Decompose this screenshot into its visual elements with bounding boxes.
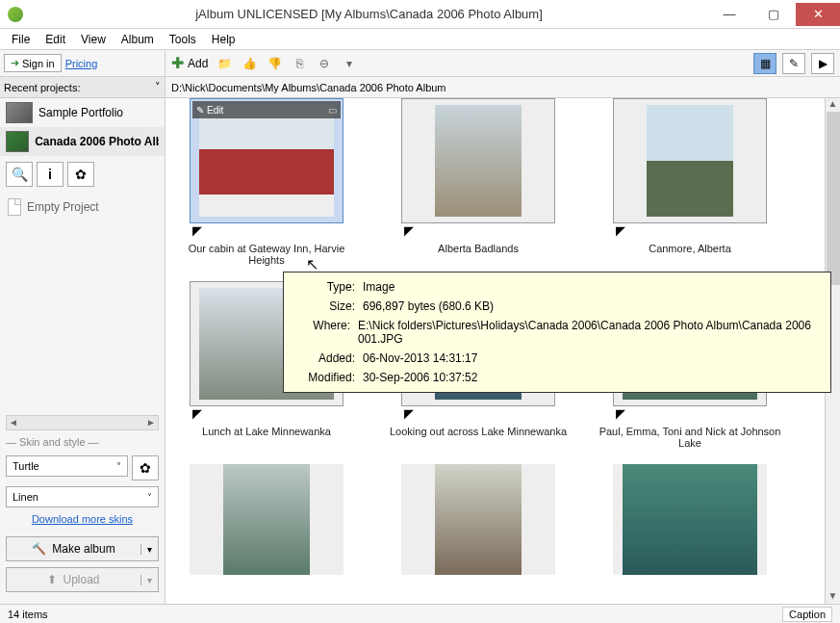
arrow-right-icon: ➜	[11, 57, 19, 69]
project-thumb-icon	[6, 102, 33, 123]
folder-icon: ▭	[328, 105, 337, 116]
chevron-down-icon: ˅	[155, 81, 161, 93]
toolbar: ➜ Sign in Pricing ✚ Add 📁 👍 👎 ⎘ ⊖ ▾ ▦ ✎ …	[0, 50, 840, 77]
style-select-value: Linen	[13, 491, 38, 503]
app-icon	[8, 7, 23, 22]
thumb-caption: Canmore, Alberta	[598, 243, 781, 270]
tooltip-where-key: Where:	[295, 319, 350, 346]
scroll-up-icon: ▲	[826, 98, 840, 112]
recent-projects-header[interactable]: Recent projects: ˅	[0, 77, 165, 98]
copy-icon[interactable]: ⎘	[291, 55, 308, 72]
tooltip-modified-key: Modified:	[295, 371, 355, 384]
scroll-left-icon: ◄	[7, 416, 20, 429]
remove-icon[interactable]: ⊖	[316, 55, 333, 72]
upload-label: Upload	[63, 573, 99, 586]
menu-edit[interactable]: Edit	[39, 31, 71, 48]
add-button[interactable]: ✚ Add	[171, 54, 208, 72]
skin-settings-button[interactable]: ✿	[132, 455, 159, 480]
grid-view-button[interactable]: ▦	[753, 53, 776, 74]
maximize-button[interactable]: ▢	[751, 3, 796, 26]
flag-icon: ◤	[192, 223, 202, 238]
caption-button[interactable]: Caption	[782, 607, 832, 622]
thumbs-down-icon[interactable]: 👎	[266, 55, 283, 72]
thumb-caption: Our cabin at Gateway Inn, Harvie Heights	[175, 243, 358, 270]
edit-overlay[interactable]: ✎ Edit ▭	[192, 101, 341, 118]
tooltip-size-value: 696,897 bytes (680.6 KB)	[363, 299, 494, 313]
chevron-down-icon: ˅	[147, 492, 152, 503]
scroll-right-icon: ►	[144, 416, 158, 429]
filter-icon[interactable]: ▾	[341, 55, 358, 72]
menu-album[interactable]: Album	[115, 31, 160, 48]
sign-in-label: Sign in	[22, 58, 55, 69]
make-album-label: Make album	[52, 542, 115, 556]
tooltip-type-value: Image	[363, 280, 395, 294]
skin-select-value: Turtle	[13, 460, 39, 472]
photo-placeholder	[623, 464, 757, 575]
scrollbar-thumb[interactable]	[827, 112, 840, 285]
thumb-item: ✎ Edit ▭ ◤ Our cabin at Gateway Inn, Har…	[175, 98, 358, 270]
thumb-caption	[387, 594, 570, 604]
tooltip-modified-value: 30-Sep-2006 10:37:52	[363, 371, 477, 384]
tooltip-where-value: E:\Nick folders\Pictures\Holidays\Canada…	[358, 319, 819, 346]
thumb-caption	[175, 594, 358, 604]
download-skins-link[interactable]: Download more skins	[6, 513, 159, 525]
info-button[interactable]: i	[37, 162, 64, 187]
title-bar: jAlbum UNLICENSED [My Albums\Canada 2006…	[0, 0, 840, 29]
minimize-button[interactable]: —	[707, 3, 751, 26]
flag-icon: ◤	[404, 406, 414, 421]
menu-file[interactable]: File	[6, 31, 36, 48]
pencil-icon: ✎	[789, 57, 799, 70]
thumb-item	[598, 464, 781, 604]
tooltip-size-key: Size:	[295, 299, 355, 313]
search-icon: 🔍	[12, 167, 28, 182]
empty-project-item[interactable]: Empty Project	[0, 193, 165, 221]
thumb-caption: Paul, Emma, Toni and Nick at Johnson Lak…	[598, 426, 781, 453]
thumbnail[interactable]: ◤	[613, 98, 767, 223]
project-label: Canada 2006 Photo Album	[35, 135, 159, 148]
pricing-link[interactable]: Pricing	[65, 58, 98, 69]
tooltip-added-value: 06-Nov-2013 14:31:17	[363, 351, 477, 365]
thumbnail[interactable]	[401, 464, 555, 575]
hammer-icon: 🔨	[32, 542, 46, 556]
settings-button[interactable]: ✿	[67, 162, 94, 187]
make-album-dropdown[interactable]: ▾	[140, 544, 158, 555]
thumbs-up-icon[interactable]: 👍	[241, 55, 258, 72]
upload-dropdown[interactable]: ▾	[140, 575, 158, 585]
sign-in-button[interactable]: ➜ Sign in	[4, 54, 62, 72]
thumbnail[interactable]: ◤	[401, 98, 555, 223]
flag-icon: ◤	[192, 406, 202, 421]
style-select[interactable]: Linen ˅	[6, 486, 159, 507]
tooltip-added-key: Added:	[295, 351, 355, 365]
path-bar[interactable]: D:\Nick\Documents\My Albums\Canada 2006 …	[165, 77, 840, 98]
sidebar-scrollbar[interactable]: ◄ ►	[6, 415, 159, 430]
flag-icon: ◤	[404, 223, 414, 238]
edit-view-button[interactable]: ✎	[782, 53, 805, 74]
close-button[interactable]: ✕	[796, 3, 840, 26]
thumb-caption	[598, 594, 781, 604]
window-title: jAlbum UNLICENSED [My Albums\Canada 2006…	[31, 7, 707, 21]
thumbnail[interactable]: ✎ Edit ▭ ◤	[190, 98, 344, 223]
thumb-item: ◤ Canmore, Alberta	[598, 98, 781, 270]
recent-projects-label: Recent projects:	[4, 82, 80, 93]
search-button[interactable]: 🔍	[6, 162, 33, 187]
item-count: 14 items	[8, 609, 48, 620]
scroll-down-icon: ▼	[826, 590, 840, 604]
upload-button[interactable]: ⬆Upload ▾	[6, 567, 159, 592]
project-item-canada[interactable]: Canada 2006 Photo Album	[0, 127, 165, 156]
menu-tools[interactable]: Tools	[164, 31, 202, 48]
menu-help[interactable]: Help	[206, 31, 242, 48]
project-item-sample[interactable]: Sample Portfolio	[0, 98, 165, 127]
skin-select[interactable]: Turtle ˅	[6, 455, 128, 477]
new-folder-icon[interactable]: 📁	[216, 55, 233, 72]
thumbnail[interactable]	[613, 464, 767, 575]
thumb-item: ◤ Alberta Badlands	[387, 98, 570, 270]
make-album-button[interactable]: 🔨Make album ▾	[6, 536, 159, 561]
plus-icon: ✚	[171, 54, 184, 72]
preview-view-button[interactable]: ▶	[811, 53, 834, 74]
thumbnail[interactable]	[190, 464, 344, 575]
project-label: Sample Portfolio	[38, 106, 123, 119]
menu-view[interactable]: View	[75, 31, 112, 48]
thumb-item	[175, 464, 358, 604]
info-tooltip: Type:Image Size:696,897 bytes (680.6 KB)…	[283, 272, 831, 393]
upload-icon: ⬆	[47, 573, 57, 586]
